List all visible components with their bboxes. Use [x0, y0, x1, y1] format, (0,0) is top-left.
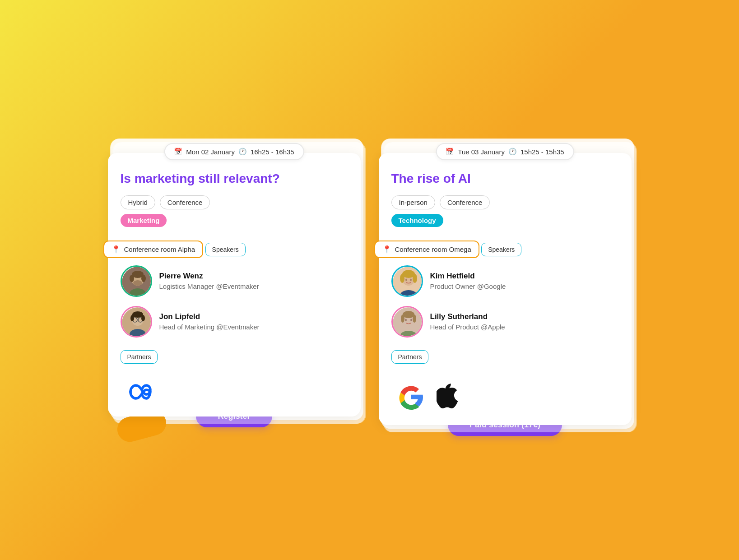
speaker-role-jon: Head of Marketing @Eventmaker — [159, 323, 260, 331]
speakers-list-1: Pierre Wenz Logistics Manager @Eventmake… — [121, 265, 348, 338]
avatar-lilly — [391, 306, 423, 338]
event-title-2: The rise of AI — [391, 171, 619, 186]
event-card-1: 📅 Mon 02 January 🕐 16h25 - 16h35 Is mark… — [108, 153, 361, 417]
tag-conference-1[interactable]: Conference — [160, 195, 210, 209]
tag-hybrid[interactable]: Hybrid — [121, 195, 155, 209]
speaker-info-jon: Jon Lipfeld Head of Marketing @Eventmake… — [159, 312, 260, 331]
location-text-2: Conference room Omega — [395, 245, 471, 253]
partners-logos-1 — [121, 382, 348, 404]
avatar-pierre — [121, 265, 152, 297]
category-row-2: Technology — [391, 214, 619, 227]
svg-point-5 — [130, 275, 134, 282]
svg-point-13 — [132, 311, 143, 318]
speaker-item-kim: Kim Hetfield Product Owner @Google — [391, 265, 619, 297]
speakers-badge-1: Speakers — [205, 243, 246, 256]
event-card-2: 📅 Tue 03 January 🕐 15h25 - 15h35 The ris… — [379, 153, 632, 425]
tags-row-1: Hybrid Conference — [121, 195, 348, 209]
tag-conference-2[interactable]: Conference — [440, 195, 490, 209]
speaker-name-kim: Kim Hetfield — [430, 272, 506, 281]
tag-inperson[interactable]: In-person — [391, 195, 435, 209]
speaker-item-lilly: Lilly Sutherland Head of Product @Apple — [391, 306, 619, 338]
avatar-kim — [391, 265, 423, 297]
tag-marketing[interactable]: Marketing — [121, 214, 167, 227]
location-text-1: Conference room Alpha — [124, 245, 195, 253]
svg-point-20 — [413, 274, 417, 283]
tags-row-2: In-person Conference — [391, 195, 619, 209]
svg-point-19 — [400, 274, 404, 283]
svg-point-2 — [133, 280, 142, 286]
svg-point-30 — [405, 319, 407, 321]
cards-container: 📅 Mon 02 January 🕐 16h25 - 16h35 Is mark… — [108, 135, 632, 425]
partners-badge-1: Partners — [121, 350, 158, 364]
speaker-info-pierre: Pierre Wenz Logistics Manager @Eventmake… — [159, 272, 259, 291]
partners-badge-2: Partners — [391, 350, 429, 364]
card2-wrapper: 📅 Tue 03 January 🕐 15h25 - 15h35 The ris… — [379, 135, 632, 425]
svg-point-15 — [141, 315, 145, 321]
speaker-info-lilly: Lilly Sutherland Head of Product @Apple — [430, 312, 505, 331]
card1-wrapper: 📅 Mon 02 January 🕐 16h25 - 16h35 Is mark… — [108, 135, 361, 417]
calendar-icon-2: 📅 — [446, 148, 454, 156]
svg-point-28 — [413, 315, 416, 323]
svg-point-22 — [405, 278, 407, 281]
partners-logos-2 — [391, 382, 619, 412]
event-title-1: Is marketing still relevant? — [121, 171, 348, 186]
svg-point-6 — [141, 275, 146, 282]
time-text-2: 15h25 - 15h35 — [521, 148, 564, 156]
clock-icon-2: 🕐 — [508, 148, 517, 156]
calendar-icon-1: 📅 — [174, 148, 182, 156]
svg-point-26 — [403, 311, 414, 318]
date-badge-2: 📅 Tue 03 January 🕐 15h25 - 15h35 — [436, 143, 574, 160]
speakers-badge-2: Speakers — [481, 243, 521, 256]
speaker-role-lilly: Head of Product @Apple — [430, 323, 505, 331]
partners-section-1: Partners — [121, 350, 348, 404]
location-pin-2: 📍 — [382, 245, 391, 254]
tag-technology[interactable]: Technology — [391, 214, 443, 227]
svg-point-14 — [130, 315, 134, 321]
speakers-list-2: Kim Hetfield Product Owner @Google — [391, 265, 619, 338]
partners-section-2: Partners — [391, 350, 619, 412]
apple-logo — [437, 382, 460, 412]
speaker-role-kim: Product Owner @Google — [430, 282, 506, 290]
location-badge-1: 📍 Conference room Alpha — [103, 241, 204, 258]
speaker-name-jon: Jon Lipfeld — [159, 312, 260, 321]
speaker-item-pierre: Pierre Wenz Logistics Manager @Eventmake… — [121, 265, 348, 297]
svg-point-31 — [410, 319, 412, 321]
speaker-name-pierre: Pierre Wenz — [159, 272, 259, 281]
svg-point-23 — [410, 278, 412, 281]
speaker-role-pierre: Logistics Manager @Eventmaker — [159, 282, 259, 290]
speaker-info-kim: Kim Hetfield Product Owner @Google — [430, 272, 506, 291]
date-text-1: Mon 02 January — [186, 148, 235, 156]
date-text-2: Tue 03 January — [458, 148, 505, 156]
speaker-item-jon: Jon Lipfeld Head of Marketing @Eventmake… — [121, 306, 348, 338]
location-badge-2: 📍 Conference room Omega — [374, 241, 479, 258]
category-row-1: Marketing — [121, 214, 348, 227]
speaker-name-lilly: Lilly Sutherland — [430, 312, 505, 321]
date-badge-1: 📅 Mon 02 January 🕐 16h25 - 16h35 — [164, 143, 304, 160]
location-pin-1: 📍 — [112, 245, 121, 254]
meta-logo — [126, 382, 162, 404]
google-logo — [397, 383, 426, 412]
time-text-1: 16h25 - 16h35 — [251, 148, 294, 156]
svg-point-27 — [401, 315, 404, 323]
avatar-jon — [121, 306, 152, 338]
clock-icon-1: 🕐 — [238, 148, 247, 156]
